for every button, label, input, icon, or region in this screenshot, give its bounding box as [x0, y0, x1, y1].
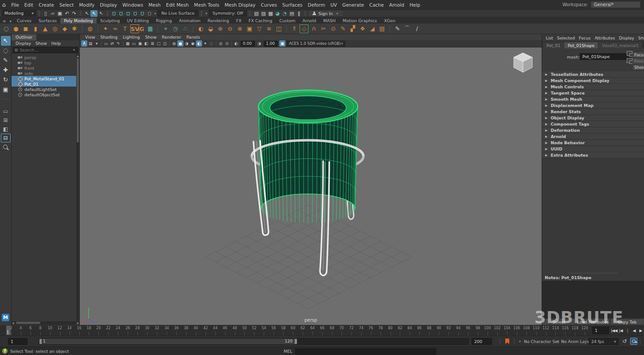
section-node-behavior[interactable]: ▶Node Behavior — [542, 140, 644, 146]
scroll-up-icon[interactable]: ▲ — [76, 54, 79, 58]
outliner-item-pot-01[interactable]: Pot_01 — [12, 81, 79, 87]
layout-two-pane[interactable]: ◧ — [1, 125, 11, 134]
xray-icon[interactable]: ◎ — [218, 40, 224, 47]
mirror-icon[interactable]: ◫ — [274, 24, 283, 33]
menu-focus[interactable]: Focus — [577, 36, 593, 40]
poly-cone-icon[interactable]: ▲ — [41, 24, 50, 33]
shelf-tab-animation[interactable]: Animation — [176, 18, 204, 24]
frame-tick[interactable]: 98 — [473, 325, 483, 336]
curve-ep-icon[interactable]: ⌒ — [403, 24, 412, 33]
grease-pencil-icon[interactable]: ✎ — [115, 40, 121, 47]
frame-tick[interactable]: 68 — [327, 325, 337, 336]
chevron-down-icon[interactable]: ▾ — [153, 12, 157, 16]
select-object-icon[interactable]: ↖ — [90, 10, 98, 17]
menu-view[interactable]: View — [82, 35, 98, 39]
frame-tick[interactable]: 52 — [249, 325, 259, 336]
attribute-tab-pot-01[interactable]: Pot_01 — [543, 42, 564, 48]
boolean-union-icon[interactable]: ⊕ — [216, 24, 225, 33]
field-chart-icon[interactable]: ⊞ — [149, 40, 156, 47]
playback-loop-icon[interactable]: ↺ — [622, 338, 627, 344]
show-hide-button[interactable]: Show Hide — [632, 64, 644, 70]
multi-cut-icon[interactable]: ✂ — [319, 24, 328, 33]
frame-tick[interactable]: 70 — [337, 325, 347, 336]
frame-tick[interactable]: 108 — [522, 325, 531, 336]
range-start-handle[interactable] — [39, 339, 42, 344]
layout-four-pane[interactable]: ⊞ — [1, 116, 11, 125]
lasso-select-tool[interactable]: ◌ — [1, 46, 11, 55]
frame-tick[interactable]: 76 — [366, 325, 376, 336]
render-current-frame-icon[interactable]: ▨ — [260, 10, 267, 17]
fill-hole-icon[interactable]: ▣ — [245, 24, 254, 33]
tear-off-copy-icon[interactable] — [627, 58, 632, 63]
motion-blur-icon[interactable]: ◌ — [208, 40, 215, 47]
menu-mesh[interactable]: Mesh — [146, 2, 164, 8]
shelf-menu-icon[interactable]: ≡ — [1, 19, 8, 24]
frame-tick[interactable]: 120 — [580, 325, 589, 336]
grid-toggle-icon[interactable]: ▦ — [125, 40, 131, 47]
ipr-render-icon[interactable]: ▩ — [267, 10, 274, 17]
frame-tick[interactable]: 116 — [560, 325, 570, 336]
snap-point-icon[interactable]: Ω — [125, 10, 132, 17]
redo-icon[interactable]: ↷ — [70, 10, 78, 17]
bookmarks-icon[interactable]: ▾ — [94, 40, 100, 47]
playback-range[interactable]: 1 120 — [39, 339, 297, 344]
frame-tick[interactable]: 6 — [26, 325, 35, 336]
locator-icon[interactable]: ∴ — [181, 24, 190, 33]
frame-tick[interactable]: 100 — [483, 325, 492, 336]
section-extra-attributes[interactable]: ▶Extra Attributes — [542, 152, 644, 158]
chevron-down-icon[interactable]: ▾ — [204, 12, 209, 16]
select-component-icon[interactable]: ↖ — [98, 10, 105, 17]
fps-dropdown[interactable]: 24 fps ▾ — [589, 338, 619, 345]
live-surface-field[interactable]: No Live Surface — [157, 10, 199, 16]
section-arnold[interactable]: ▶Arnold — [542, 134, 644, 140]
frame-tick[interactable]: 78 — [376, 325, 386, 336]
menu-display[interactable]: Display — [617, 36, 636, 40]
construction-plane-icon[interactable]: ⌖ — [161, 24, 170, 33]
shelf-tab-surfaces[interactable]: Surfaces — [35, 18, 60, 24]
frame-tick[interactable]: 104 — [502, 325, 512, 336]
save-scene-icon[interactable]: ▣ — [56, 10, 63, 17]
set-driven-key-icon[interactable]: ◷ — [171, 24, 180, 33]
frame-tick[interactable]: 88 — [424, 325, 434, 336]
animation-end-field[interactable]: 200 — [472, 338, 492, 345]
use-all-lights-icon[interactable]: ◉ — [190, 40, 196, 47]
attribute-tab-pot-01shape[interactable]: Pot_01Shape — [564, 42, 598, 48]
safe-title-icon[interactable]: ◫ — [162, 40, 168, 47]
frame-tick[interactable]: 50 — [240, 325, 250, 336]
zoom-tool-icon[interactable] — [1, 143, 10, 152]
frame-tick[interactable]: 22 — [103, 325, 113, 336]
image-plane-icon[interactable]: ▭ — [103, 40, 109, 47]
shelf-tab-poly-modeling[interactable]: Poly Modeling — [60, 18, 97, 24]
outliner-item-side[interactable]: side — [12, 71, 79, 76]
quad-draw-icon[interactable]: ✎ — [339, 24, 347, 33]
section-object-display[interactable]: ▶Object Display — [542, 115, 644, 121]
outliner-item-top[interactable]: top — [12, 60, 79, 65]
section-deformation[interactable]: ▶Deformation — [542, 127, 644, 134]
frame-tick[interactable]: 34 — [162, 325, 172, 336]
focus-button[interactable]: Focus — [632, 52, 644, 58]
exposure-field[interactable]: 0.00 — [241, 41, 255, 47]
frame-tick[interactable]: 12 — [55, 325, 65, 336]
section-smooth-mesh[interactable]: ▶Smooth Mesh — [542, 96, 644, 103]
section-tessellation-attributes[interactable]: ▶Tessellation Attributes — [542, 71, 644, 78]
frame-tick[interactable]: 28 — [133, 325, 142, 336]
scroll-right-icon[interactable]: ▶ — [77, 321, 79, 325]
make-live-icon[interactable]: Ω — [146, 10, 153, 17]
poly-sphere-icon[interactable]: ● — [12, 24, 20, 33]
copy-tab-button[interactable]: Copy Tab — [610, 319, 644, 325]
ambient-occlusion-icon[interactable]: ✦ — [202, 40, 208, 47]
scale-tool[interactable]: ▣ — [1, 85, 11, 95]
menu-select[interactable]: Select — [57, 2, 76, 8]
scrollbar-thumb[interactable] — [16, 322, 40, 324]
snap-grid-icon[interactable]: Ω — [110, 10, 117, 17]
poly-plane-icon[interactable]: ◆ — [60, 24, 69, 33]
layout-outliner-persp[interactable]: ⊟ — [1, 134, 11, 142]
boolean-intersect-icon[interactable]: ⊗ — [235, 24, 244, 33]
platonic-solid-icon[interactable]: ◍ — [86, 24, 94, 33]
animation-start-field[interactable]: 1 — [8, 338, 27, 345]
shelf-tab-mash[interactable]: MASH — [320, 18, 339, 24]
extrude-icon[interactable]: ⇑ — [290, 24, 299, 33]
frame-tick[interactable]: 26 — [123, 325, 133, 336]
frame-tick[interactable]: 80 — [386, 325, 395, 336]
notes-field[interactable] — [542, 281, 644, 318]
